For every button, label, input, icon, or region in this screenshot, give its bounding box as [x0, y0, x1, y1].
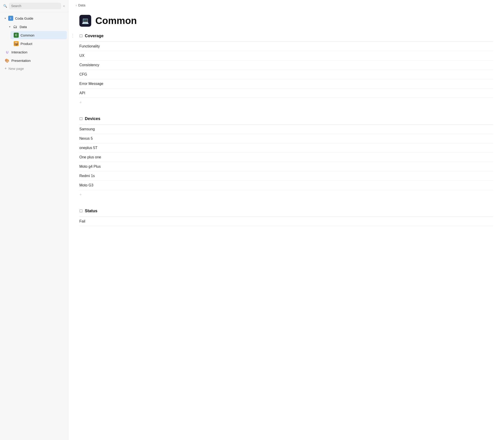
- sidebar-item-product[interactable]: 📦 Product: [11, 40, 67, 48]
- list-item-text: Redmi 1s: [79, 174, 493, 178]
- coda-guide-icon: i: [8, 16, 13, 21]
- collapse-icon[interactable]: «: [63, 4, 65, 8]
- main-content: ‹ Data 💻 Common ⋮ ☐ Coverage Functionali…: [68, 0, 504, 440]
- list-item[interactable]: UX: [79, 51, 493, 60]
- product-icon: 📦: [14, 41, 19, 46]
- list-item-text: Consistency: [79, 63, 493, 67]
- list-item[interactable]: Moto g4 Plus: [79, 162, 493, 171]
- data-children: C Common 📦 Product: [5, 31, 68, 48]
- list-item-text: Samsung: [79, 127, 493, 131]
- page-icon: 💻: [79, 15, 91, 27]
- list-item-text: Fail: [79, 219, 493, 223]
- sidebar-item-coda-guide[interactable]: ▾ i Coda Guide: [1, 14, 67, 22]
- coda-guide-label: Coda Guide: [15, 16, 64, 20]
- search-input[interactable]: [9, 3, 61, 9]
- breadcrumb-chevron-icon: ‹: [76, 3, 77, 7]
- coverage-section: ☐ Coverage Functionality UX Consistency …: [79, 34, 493, 107]
- list-item-text: API: [79, 91, 493, 95]
- breadcrumb-data-link[interactable]: Data: [78, 3, 86, 7]
- data-chevron-icon: ▾: [9, 25, 11, 28]
- status-section-icon: ☐: [79, 209, 82, 213]
- add-icon: +: [79, 100, 82, 105]
- status-section: ☐ Status Fail: [79, 209, 493, 226]
- common-icon: C: [14, 33, 19, 38]
- list-item-text: Nexus 5: [79, 137, 493, 141]
- search-bar: 🔍 «: [0, 0, 68, 12]
- list-item-text: Error Message: [79, 82, 493, 86]
- list-item-text: Moto G3: [79, 183, 493, 187]
- interaction-label: Interaction: [11, 50, 64, 54]
- list-item[interactable]: Fail: [79, 217, 493, 226]
- list-item-text: Functionality: [79, 44, 493, 48]
- new-page-label: New page: [8, 67, 24, 70]
- devices-add-row[interactable]: +: [79, 190, 493, 199]
- list-item-text: One plus one: [79, 155, 493, 159]
- new-page-button[interactable]: + New page: [1, 65, 67, 72]
- devices-header: ☐ Devices: [79, 116, 493, 123]
- breadcrumb: ‹ Data: [68, 0, 504, 10]
- common-label: Common: [21, 33, 64, 37]
- search-icon: 🔍: [3, 4, 7, 8]
- sidebar-item-data[interactable]: ▾ 🗂 Data: [6, 23, 67, 31]
- page-title: Common: [95, 15, 137, 26]
- list-item[interactable]: Redmi 1s: [79, 171, 493, 181]
- three-dots-menu[interactable]: ⋮: [71, 34, 75, 38]
- devices-section-icon: ☐: [79, 117, 82, 121]
- status-title: Status: [85, 209, 97, 213]
- chevron-icon: ▾: [5, 17, 6, 20]
- nav-section: ▾ i Coda Guide ▾ 🗂 Data C Common 📦 Produ…: [0, 12, 68, 74]
- list-item-text: Moto g4 Plus: [79, 165, 493, 169]
- list-item[interactable]: Consistency: [79, 60, 493, 70]
- list-item[interactable]: CFG: [79, 70, 493, 79]
- coverage-add-row[interactable]: +: [79, 98, 493, 107]
- coverage-title: Coverage: [85, 34, 104, 38]
- list-item[interactable]: Samsung: [79, 124, 493, 134]
- product-label: Product: [21, 42, 64, 46]
- status-header: ☐ Status: [79, 209, 493, 215]
- list-item-text: oneplus 5T: [79, 146, 493, 150]
- presentation-label: Presentation: [11, 59, 64, 63]
- data-section: ▾ 🗂 Data C Common 📦 Product: [0, 23, 68, 48]
- list-item[interactable]: One plus one: [79, 153, 493, 162]
- sidebar-item-interaction[interactable]: ∪ Interaction: [1, 48, 67, 56]
- page-header: 💻 Common: [68, 10, 504, 34]
- data-label: Data: [20, 25, 64, 29]
- new-page-plus-icon: +: [5, 66, 7, 70]
- presentation-icon: 🎨: [5, 58, 10, 63]
- interaction-icon: ∪: [5, 50, 10, 55]
- list-item[interactable]: Error Message: [79, 79, 493, 89]
- list-item[interactable]: Functionality: [79, 42, 493, 51]
- list-item[interactable]: Nexus 5: [79, 134, 493, 143]
- devices-title: Devices: [85, 116, 100, 121]
- sidebar-item-presentation[interactable]: 🎨 Presentation: [1, 56, 67, 65]
- coverage-header: ☐ Coverage: [79, 34, 493, 40]
- page-icon-emoji: 💻: [82, 17, 89, 24]
- list-item[interactable]: Moto G3: [79, 181, 493, 190]
- content-area: ⋮ ☐ Coverage Functionality UX Consistenc…: [68, 34, 504, 246]
- list-item[interactable]: oneplus 5T: [79, 143, 493, 153]
- devices-section: ☐ Devices Samsung Nexus 5 oneplus 5T One…: [79, 116, 493, 199]
- sidebar: 🔍 « ▾ i Coda Guide ▾ 🗂 Data C Common: [0, 0, 68, 440]
- coverage-section-icon: ☐: [79, 34, 82, 38]
- add-icon: +: [79, 192, 82, 197]
- list-item[interactable]: API: [79, 89, 493, 98]
- data-icon: 🗂: [13, 24, 18, 29]
- sidebar-item-common[interactable]: C Common: [11, 31, 67, 39]
- list-item-text: CFG: [79, 72, 493, 76]
- list-item-text: UX: [79, 54, 493, 58]
